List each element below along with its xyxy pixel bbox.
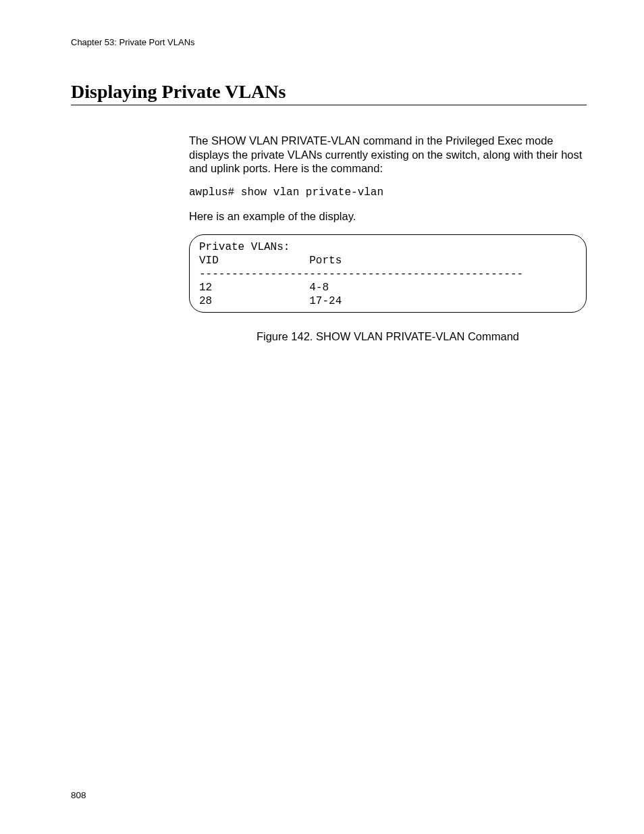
figure-caption: Figure 142. SHOW VLAN PRIVATE-VLAN Comma…	[189, 330, 587, 343]
command-line: awplus# show vlan private-vlan	[189, 186, 587, 199]
page-number: 808	[71, 790, 86, 800]
section-title: Displaying Private VLANs	[71, 81, 587, 105]
chapter-header: Chapter 53: Private Port VLANs	[71, 37, 587, 47]
command-output-box: Private VLANs: VID Ports ---------------…	[189, 234, 587, 313]
body-content: The SHOW VLAN PRIVATE-VLAN command in th…	[189, 134, 587, 343]
intro-paragraph: The SHOW VLAN PRIVATE-VLAN command in th…	[189, 134, 587, 176]
example-intro: Here is an example of the display.	[189, 209, 587, 224]
